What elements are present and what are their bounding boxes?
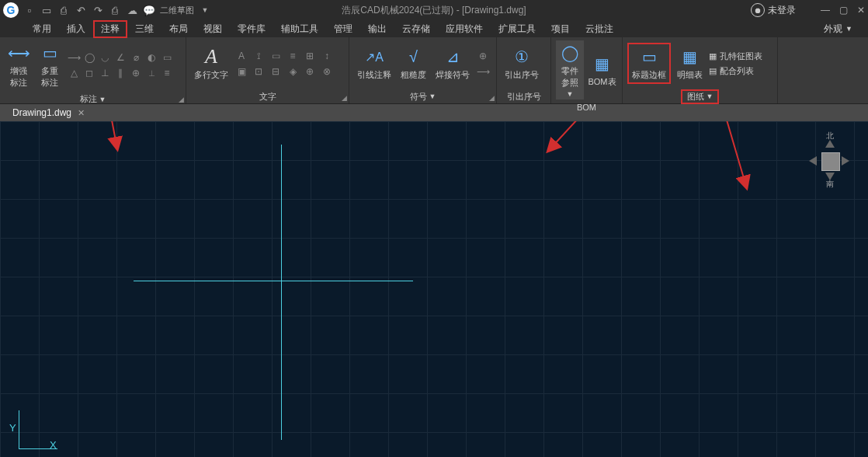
text-small-5[interactable]: ⊞	[303, 49, 317, 63]
cloud-icon[interactable]: ☁	[126, 4, 138, 16]
document-tab-bar: Drawing1.dwg ✕	[0, 104, 868, 121]
dim-small-2[interactable]: ◯	[82, 51, 96, 65]
ribbon-group-sheet-label[interactable]: 图纸▼	[623, 89, 777, 103]
dim-small-7[interactable]: ▭	[160, 51, 174, 65]
dim-small-4[interactable]: ∠	[113, 51, 127, 65]
viewcube-north[interactable]	[825, 140, 835, 148]
dim-small-8[interactable]: △	[67, 66, 81, 80]
tab-cloud-storage[interactable]: 云存储	[394, 20, 438, 38]
new-file-icon[interactable]: ▫	[23, 4, 36, 16]
dim-small-11[interactable]: ∥	[113, 66, 127, 80]
tab-annotate[interactable]: 注释	[93, 20, 127, 38]
dim-small-3[interactable]: ◡	[98, 51, 112, 65]
tab-cloud-annotate[interactable]: 云批注	[578, 20, 621, 38]
dim-small-5[interactable]: ⌀	[129, 51, 143, 65]
workspace-dropdown-icon[interactable]: ▼	[199, 4, 211, 16]
user-status[interactable]: ⏺ 未登录	[751, 3, 796, 17]
ribbon-group-dimension: ⟷ 增强 标注 ▭ 多重 标注 ⟶ ◯ ◡ ∠ ⌀ ◐ ▭ △ ◻ ⊥ ∥ ⊕ …	[0, 37, 186, 103]
close-icon[interactable]: ✕	[78, 108, 85, 118]
fit-list-button[interactable]: ▤ 配合列表	[709, 65, 762, 77]
tab-project[interactable]: 项目	[543, 20, 578, 38]
dim-small-14[interactable]: ≡	[160, 66, 174, 80]
maximize-button[interactable]: ▢	[839, 5, 848, 16]
ribbon-group-symbol-label[interactable]: 符号▼ ◢	[349, 89, 496, 103]
tab-apps[interactable]: 应用软件	[438, 20, 491, 38]
ribbon-group-text-label: 文字 ◢	[186, 89, 349, 103]
tab-output[interactable]: 输出	[360, 20, 394, 38]
viewcube[interactable]: 北 南	[806, 137, 852, 183]
multiline-text-button[interactable]: A 多行文字	[191, 44, 231, 82]
viewcube-west[interactable]	[809, 156, 817, 166]
text-small-10[interactable]: ◈	[286, 65, 300, 78]
dim-small-6[interactable]: ◐	[144, 51, 158, 65]
text-small-8[interactable]: ⊡	[252, 65, 266, 78]
tab-tools[interactable]: 辅助工具	[273, 20, 326, 38]
tab-parts[interactable]: 零件库	[230, 20, 273, 38]
save-icon[interactable]: ⎙	[57, 4, 70, 16]
close-button[interactable]: ✕	[857, 5, 865, 16]
text-small-12[interactable]: ⊗	[320, 65, 334, 78]
dialog-launcher-icon[interactable]: ◢	[342, 94, 347, 102]
tab-ext-tools[interactable]: 扩展工具	[491, 20, 543, 38]
text-small-9[interactable]: ⊟	[269, 65, 283, 78]
tab-common[interactable]: 常用	[25, 20, 59, 38]
tab-view[interactable]: 视图	[196, 20, 230, 38]
leader-note-button[interactable]: ↗A 引线注释	[354, 44, 394, 82]
sym-small-2[interactable]: ⟶	[476, 65, 490, 78]
text-small-4[interactable]: ≡	[286, 49, 300, 63]
dim-small-9[interactable]: ◻	[82, 66, 96, 80]
document-tab[interactable]: Drawing1.dwg ✕	[6, 106, 91, 120]
open-file-icon[interactable]: ▭	[40, 4, 53, 16]
appearance-menu[interactable]: 外观 ▼	[824, 23, 868, 36]
text-small-1[interactable]: A	[234, 49, 248, 63]
hole-feature-table-button[interactable]: ▦ 孔特征图表	[709, 51, 762, 62]
text-small-11[interactable]: ⊕	[303, 65, 317, 78]
text-small-7[interactable]: ▣	[234, 65, 248, 78]
ribbon-tabs: 常用 插入 注释 三维 布局 视图 零件库 辅助工具 管理 输出 云存储 应用软…	[0, 20, 868, 37]
multi-dimension-button[interactable]: ▭ 多重 标注	[36, 40, 64, 90]
workspace-label[interactable]: 二维草图	[160, 4, 194, 16]
tab-3d[interactable]: 三维	[127, 20, 161, 38]
dialog-launcher-icon[interactable]: ◢	[489, 94, 495, 102]
bom-table-button[interactable]: ▦ BOM表	[587, 51, 617, 89]
multiline-text-label: 多行文字	[194, 69, 228, 81]
redo-icon[interactable]: ↷	[92, 4, 104, 16]
dim-small-13[interactable]: ⟂	[144, 66, 158, 80]
undo-icon[interactable]: ↶	[75, 4, 87, 16]
window-title: 浩辰CAD机械2024(已过期) - [Drawing1.dwg]	[342, 4, 526, 17]
ribbon-group-dimension-label[interactable]: 标注▼ ◢	[0, 93, 186, 105]
part-ref-button[interactable]: ◯ 零件 参照▼	[556, 40, 584, 99]
canvas-grid	[0, 121, 868, 457]
print-icon[interactable]: ⎙	[109, 4, 121, 16]
dialog-launcher-icon[interactable]: ◢	[179, 96, 184, 103]
enhanced-dim-icon: ⟷	[8, 42, 30, 64]
app-logo[interactable]: G	[3, 2, 19, 18]
roughness-button[interactable]: √ 粗糙度	[398, 44, 429, 82]
text-small-6[interactable]: ↕	[320, 49, 334, 63]
enhanced-dimension-button[interactable]: ⟷ 增强 标注	[5, 40, 33, 90]
dim-small-10[interactable]: ⊥	[98, 66, 112, 80]
text-small-3[interactable]: ▭	[269, 49, 283, 63]
tab-manage[interactable]: 管理	[326, 20, 360, 38]
text-small-2[interactable]: ⟟	[252, 49, 266, 63]
text-a-icon: A	[200, 46, 222, 68]
viewcube-east[interactable]	[842, 156, 849, 166]
dim-small-12[interactable]: ⊕	[129, 66, 143, 80]
chat-icon[interactable]: 💬	[143, 4, 155, 16]
title-block-icon: ▭	[638, 46, 660, 68]
viewcube-face[interactable]	[821, 152, 840, 171]
leader-icon: ↗A	[363, 46, 385, 68]
ribbon-group-symbol: ↗A 引线注释 √ 粗糙度 ⊿ 焊接符号 ⊕ ⟶ 符号▼ ◢	[349, 37, 497, 103]
minimize-button[interactable]: —	[821, 5, 830, 16]
balloon-button[interactable]: ① 引出序号	[502, 44, 542, 82]
appearance-label: 外观	[824, 23, 842, 36]
sym-small-1[interactable]: ⊕	[476, 49, 490, 63]
title-block-button[interactable]: ▭ 标题边框	[627, 43, 671, 84]
dim-small-1[interactable]: ⟶	[67, 51, 81, 65]
tab-layout[interactable]: 布局	[161, 20, 196, 38]
weld-symbol-button[interactable]: ⊿ 焊接符号	[432, 44, 473, 82]
tab-insert[interactable]: 插入	[59, 20, 93, 38]
drawing-canvas[interactable]: Y X 北 南	[0, 121, 868, 457]
detail-table-button[interactable]: ▦ 明细表	[674, 44, 706, 82]
bom-table-label: BOM表	[588, 76, 616, 88]
